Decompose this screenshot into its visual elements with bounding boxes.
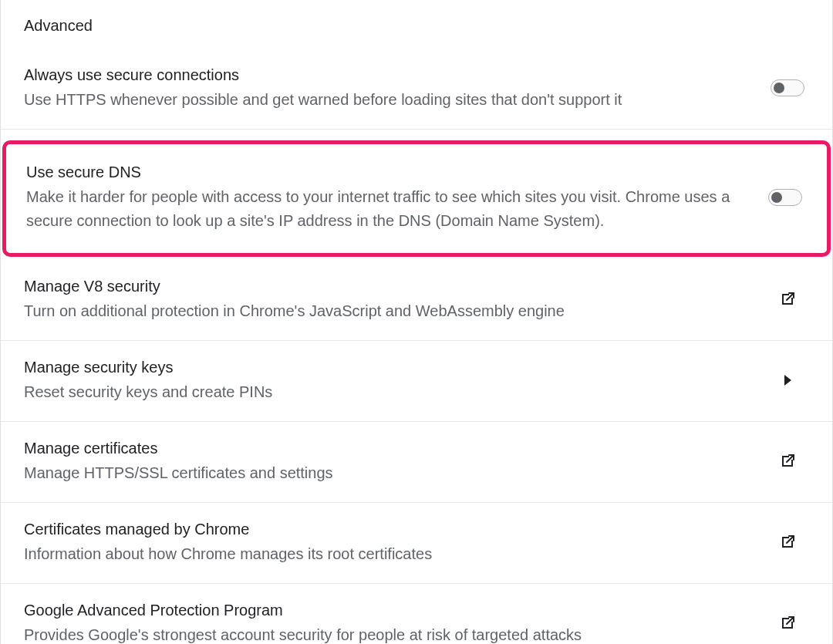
toggle-secure-dns[interactable]	[768, 189, 802, 206]
row-description: Manage HTTPS/SSL certificates and settin…	[24, 461, 735, 485]
chevron-right-icon	[784, 375, 791, 386]
row-title: Manage V8 security	[24, 275, 735, 298]
row-title: Manage security keys	[24, 356, 735, 379]
external-link-icon	[778, 533, 797, 551]
row-title: Certificates managed by Chrome	[24, 518, 735, 541]
toggle-knob	[771, 192, 782, 203]
row-description: Provides Google's strongest account secu…	[24, 623, 735, 644]
row-control	[766, 452, 809, 470]
row-google-advanced-protection[interactable]: Google Advanced Protection Program Provi…	[1, 584, 832, 644]
row-control	[766, 79, 809, 96]
row-v8-security[interactable]: Manage V8 security Turn on additional pr…	[1, 260, 832, 341]
row-description: Reset security keys and create PINs	[24, 380, 735, 404]
row-description: Information about how Chrome manages its…	[24, 542, 735, 566]
row-title: Use secure DNS	[26, 161, 733, 184]
row-text: Google Advanced Protection Program Provi…	[24, 599, 766, 644]
row-title: Google Advanced Protection Program	[24, 599, 735, 622]
external-link-icon	[778, 452, 797, 470]
toggle-knob	[774, 83, 784, 93]
row-description: Use HTTPS whenever possible and get warn…	[24, 88, 735, 112]
row-text: Always use secure connections Use HTTPS …	[24, 64, 766, 112]
row-certificates[interactable]: Manage certificates Manage HTTPS/SSL cer…	[1, 422, 832, 503]
row-text: Manage certificates Manage HTTPS/SSL cer…	[24, 437, 766, 485]
row-text: Certificates managed by Chrome Informati…	[24, 518, 766, 566]
row-text: Manage V8 security Turn on additional pr…	[24, 275, 766, 323]
row-secure-connections: Always use secure connections Use HTTPS …	[1, 49, 832, 130]
row-security-keys[interactable]: Manage security keys Reset security keys…	[1, 341, 832, 422]
row-control	[766, 533, 809, 551]
row-certs-chrome[interactable]: Certificates managed by Chrome Informati…	[1, 503, 832, 584]
row-title: Manage certificates	[24, 437, 735, 460]
row-text: Use secure DNS Make it harder for people…	[26, 161, 764, 233]
row-title: Always use secure connections	[24, 64, 735, 86]
row-control	[766, 614, 809, 632]
row-control	[766, 375, 809, 386]
row-control	[764, 189, 807, 206]
external-link-icon	[778, 290, 797, 309]
external-link-icon	[778, 614, 797, 632]
row-secure-dns: Use secure DNS Make it harder for people…	[6, 144, 827, 253]
section-heading-advanced: Advanced	[1, 8, 832, 49]
toggle-secure-connections[interactable]	[771, 79, 804, 96]
row-control	[766, 290, 809, 309]
row-text: Manage security keys Reset security keys…	[24, 356, 766, 404]
row-description: Make it harder for people with access to…	[26, 185, 733, 233]
row-description: Turn on additional protection in Chrome'…	[24, 299, 735, 323]
highlight-secure-dns: Use secure DNS Make it harder for people…	[2, 140, 831, 257]
advanced-settings-panel: Advanced Always use secure connections U…	[0, 0, 833, 644]
